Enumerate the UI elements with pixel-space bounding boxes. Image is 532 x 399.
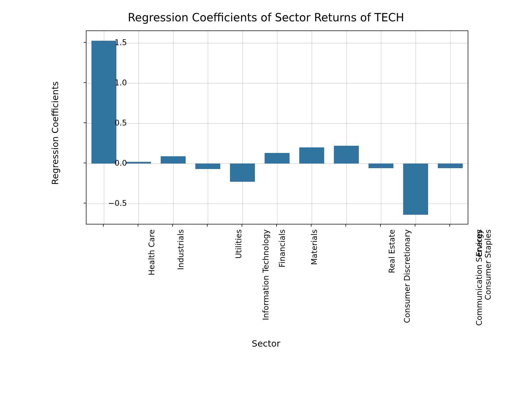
- bar: [403, 163, 428, 215]
- grid-line-vertical: [312, 31, 312, 224]
- bar: [195, 163, 220, 169]
- bar: [369, 163, 393, 168]
- x-tick-label: Materials: [310, 229, 319, 265]
- y-tick-label: 1.0: [94, 78, 127, 87]
- bar: [126, 162, 151, 163]
- bar: [438, 163, 463, 168]
- bar: [230, 163, 255, 182]
- x-tick-mark: [103, 224, 104, 227]
- x-tick-label: Energy: [475, 229, 484, 257]
- x-tick-label: Information Technology: [261, 229, 270, 320]
- y-tick-label: −0.5: [94, 198, 127, 208]
- x-tick-label: Consumer Staples: [483, 229, 492, 300]
- x-tick-label: Financials: [278, 229, 287, 267]
- y-tick-label: 0.5: [94, 118, 127, 127]
- y-tick-mark: [84, 82, 86, 83]
- bar: [265, 153, 290, 163]
- grid-line-vertical: [139, 31, 139, 224]
- grid-line-vertical: [208, 31, 208, 224]
- y-tick-mark: [84, 42, 86, 43]
- x-tick-mark: [138, 224, 138, 227]
- grid-line-vertical: [173, 31, 173, 224]
- x-tick-label: Health Care: [147, 229, 156, 275]
- x-axis-label: Sector: [53, 338, 479, 349]
- x-tick-label: Consumer Discretionary: [403, 229, 412, 323]
- grid-line-vertical: [346, 31, 347, 224]
- bar: [91, 41, 116, 163]
- y-tick-mark: [84, 163, 86, 163]
- y-tick-label: 0.0: [94, 158, 127, 167]
- grid-line-vertical: [450, 31, 451, 224]
- x-tick-label: Industrials: [176, 229, 185, 270]
- x-tick-label: Utilities: [234, 229, 243, 259]
- x-tick-label: Real Estate: [387, 229, 396, 273]
- x-tick-mark: [415, 224, 415, 227]
- grid-line-vertical: [277, 31, 277, 224]
- grid-line-vertical: [242, 31, 243, 224]
- x-tick-mark: [172, 224, 173, 227]
- plot-area: [86, 30, 468, 224]
- chart-title: Regression Coefficients of Sector Return…: [53, 11, 479, 24]
- bar: [161, 156, 186, 163]
- chart-container: Regression Coefficients of Sector Return…: [53, 11, 479, 388]
- grid-line-vertical: [381, 31, 381, 224]
- y-tick-mark: [84, 122, 86, 123]
- x-tick-mark: [346, 224, 346, 227]
- x-tick-mark: [380, 224, 381, 227]
- bar: [299, 147, 324, 163]
- y-tick-label: 1.5: [94, 38, 127, 47]
- x-tick-mark: [207, 224, 208, 227]
- x-tick-mark: [311, 224, 311, 227]
- bar: [334, 146, 359, 163]
- y-axis-label: Regression Coefficients: [50, 81, 60, 185]
- y-tick-mark: [84, 203, 86, 203]
- x-tick-mark: [449, 224, 450, 227]
- x-tick-mark: [276, 224, 277, 227]
- x-tick-mark: [242, 224, 242, 227]
